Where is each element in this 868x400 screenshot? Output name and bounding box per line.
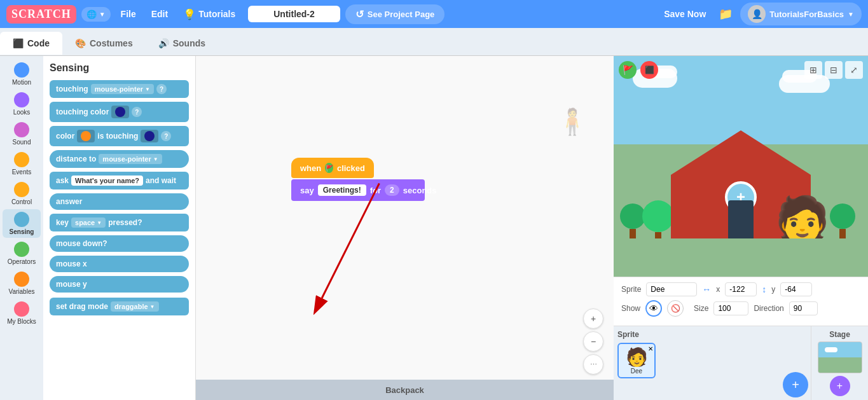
fullscreen-btn[interactable]: ⤢ [845,61,863,79]
stage-background: 🧑 [614,56,868,277]
add-sprite-btn[interactable]: + [783,372,808,397]
sprite-thumb-dee[interactable]: ✕ 🧑 Dee [617,343,656,378]
username-label: TutorialsForBasics [769,10,844,19]
control-circle [14,182,29,197]
user-menu[interactable]: 👤 TutorialsForBasics ▼ [740,3,862,25]
touching-color-help[interactable]: ? [132,107,142,117]
say-num-input[interactable]: 2 [385,184,399,196]
see-project-page-btn[interactable]: ↺ See Project Page [345,4,445,24]
say-text-input[interactable]: Greetings! [318,184,366,196]
sprite-delete-btn[interactable]: ✕ [648,345,653,352]
scratch-logo[interactable]: SCRATCH [6,5,76,24]
sprite-thumb-image: 🧑 [626,347,648,368]
direction-label: Direction [754,304,783,313]
block-distance-to[interactable]: distance to mouse-pointer ▼ [50,150,189,168]
save-now-btn[interactable]: Save Now [659,6,711,22]
color-touching-help[interactable]: ? [161,131,171,141]
category-operators[interactable]: Operators [3,239,41,268]
touching-dropdown[interactable]: mouse-pointer ▼ [91,84,154,94]
category-myblocks[interactable]: My Blocks [3,299,41,328]
block-set-drag[interactable]: set drag mode draggable ▼ [50,298,189,315]
sound-circle [14,122,29,137]
y-input[interactable] [780,282,812,296]
show-visible-btn[interactable]: 👁 [645,300,662,317]
touching-arrow: ▼ [145,86,150,92]
sprite-name-input[interactable] [646,282,697,296]
zoom-out-btn[interactable]: − [583,331,603,352]
category-motion[interactable]: Motion [3,60,41,88]
stage-thumb-label: Stage [829,330,850,339]
block-touching-color[interactable]: touching color ? [50,102,189,122]
size-input[interactable] [713,301,748,315]
stage-thumbnail[interactable] [818,341,862,373]
zoom-in-btn[interactable]: + [583,308,603,329]
sprite-info-row1: Sprite ↔ x ↕ y [621,282,860,296]
see-project-icon: ↺ [355,8,364,20]
tab-costumes[interactable]: 🎨 Costumes [62,32,146,55]
block-touching[interactable]: touching mouse-pointer ▼ ? [50,80,189,98]
stage-area: 🧑 🚩 ⬛ ⊞ ⊟ ⤢ [614,56,868,277]
language-selector[interactable]: 🌐 ▼ [81,7,111,22]
backpack-bar[interactable]: Backpack [196,380,614,400]
category-sound[interactable]: Sound [3,120,41,148]
zoom-reset-btn[interactable]: ⋯ [583,354,603,375]
edit-menu[interactable]: Edit [146,6,173,22]
tab-code[interactable]: ⬛ Code [0,32,62,55]
code-icon: ⬛ [13,38,24,48]
eye-open-icon: 👁 [649,303,658,314]
avatar: 👤 [748,5,766,23]
top-navigation: SCRATCH 🌐 ▼ File Edit 💡 Tutorials Untitl… [0,0,868,28]
sprite-info-panel: Sprite ↔ x ↕ y Show 👁 🚫 Size Directi [614,277,868,326]
key-arrow: ▼ [97,220,102,226]
key-dropdown[interactable]: space ▼ [71,217,106,228]
stage-controls: 🚩 ⬛ [619,61,658,79]
sensing-panel: Sensing touching mouse-pointer ▼ ? touch… [43,56,196,400]
stop-button[interactable]: ⬛ [640,61,658,79]
eye-closed-icon: 🚫 [671,304,680,313]
category-variables[interactable]: Variables [3,269,41,298]
show-hidden-btn[interactable]: 🚫 [667,300,684,317]
file-menu[interactable]: File [116,6,141,22]
category-events-label: Events [12,169,32,176]
sprites-title: Sprite [617,330,639,339]
project-title-input[interactable]: Untitled-2 [248,6,340,22]
block-mouse-y[interactable]: mouse y [50,276,189,293]
block-ask-wait[interactable]: ask What's your name? and wait [50,172,189,190]
color-swatch-blue2 [144,131,155,141]
drag-dropdown[interactable]: draggable ▼ [111,301,159,312]
ask-input[interactable]: What's your name? [71,176,143,186]
color-right-swatch[interactable] [141,130,158,142]
canvas-area[interactable]: 🧍 when 🚩 clicked say Greetings! for 2 se… [196,56,614,400]
sprite-info-row2: Show 👁 🚫 Size Direction [621,300,860,317]
block-key-pressed[interactable]: key space ▼ pressed? [50,214,189,231]
block-answer[interactable]: answer [50,193,189,210]
smaller-stage-btn[interactable]: ⊞ [804,61,822,79]
distance-dropdown[interactable]: mouse-pointer ▼ [99,154,162,164]
block-mouse-down[interactable]: mouse down? [50,235,189,252]
block-stack[interactable]: when 🚩 clicked say Greetings! for 2 seco… [291,158,425,201]
color-left-swatch[interactable] [77,130,95,142]
category-control[interactable]: Control [3,179,41,208]
category-motion-label: Motion [12,79,31,86]
folder-icon[interactable]: 📁 [716,4,735,24]
show-label: Show [621,304,640,313]
block-mouse-x[interactable]: mouse x [50,256,189,272]
category-sensing[interactable]: Sensing [3,209,41,238]
tab-sounds[interactable]: 🔊 Sounds [146,32,218,55]
bigger-stage-btn[interactable]: ⊟ [825,61,843,79]
green-flag-button[interactable]: 🚩 [619,61,637,79]
color-swatch-blue [115,107,125,117]
tree-left [620,203,645,242]
category-looks[interactable]: Looks [3,90,41,118]
category-control-label: Control [11,198,32,205]
category-events[interactable]: Events [3,149,41,178]
x-input[interactable] [725,282,757,296]
block-color-touching[interactable]: color is touching ? [50,126,189,146]
add-backdrop-btn[interactable]: + [830,376,850,396]
event-block[interactable]: when 🚩 clicked [291,158,374,178]
say-block[interactable]: say Greetings! for 2 seconds [291,179,425,201]
tutorials-btn[interactable]: 💡 Tutorials [178,6,240,23]
touching-help[interactable]: ? [156,84,167,94]
direction-input[interactable] [789,301,818,315]
touching-color-swatch[interactable] [111,106,129,118]
